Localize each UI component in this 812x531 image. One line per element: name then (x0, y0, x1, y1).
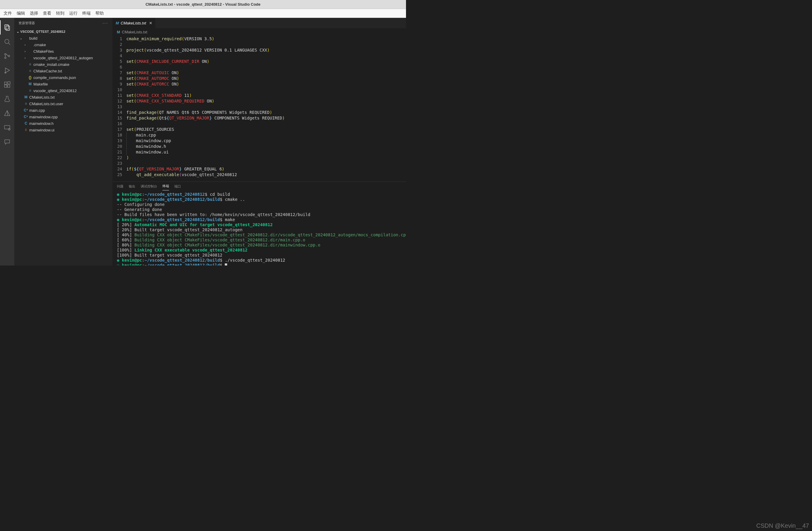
sidebar: 资源管理器 ··· ⌄ VSCODE_QTTEST_20240812 ⌄buil… (14, 18, 113, 265)
panel-tabs: 问题输出调试控制台终端端口 (113, 182, 406, 191)
svg-rect-12 (8, 82, 10, 84)
panel-tab[interactable]: 输出 (129, 182, 135, 190)
tree-item-label: vscode_qttest_20240812_autogen (33, 56, 93, 60)
tree-item-label: mainwindow.ui (29, 128, 55, 132)
menu-item[interactable]: 运行 (67, 10, 80, 17)
sidebar-header: 资源管理器 ··· (14, 18, 112, 28)
panel-tab[interactable]: 问题 (117, 182, 124, 190)
terminal-line: [ 40%] Building CXX object CMakeFiles/vs… (117, 233, 402, 237)
twisty-icon: › (23, 43, 27, 46)
file-icon: C⁺ (23, 108, 29, 112)
tree-item[interactable]: ⌄build (14, 35, 112, 41)
tree-item[interactable]: MMakefile (14, 81, 112, 87)
svg-point-5 (5, 57, 6, 59)
file-icon: M (117, 30, 120, 34)
file-icon: M (116, 21, 119, 25)
terminal-line: -- Build files have been written to: /ho… (117, 212, 402, 217)
tree-item[interactable]: ◊mainwindow.ui (14, 127, 112, 133)
tree-item-label: build (29, 36, 37, 41)
line-gutter: 1234567891011121314151617181920212223242… (113, 36, 126, 181)
tree-item[interactable]: ›vscode_qttest_20240812_autogen (14, 55, 112, 61)
panel-tab[interactable]: 端口 (174, 182, 181, 190)
activity-bar (0, 18, 14, 265)
terminal-line: ● kevin@pc:~/vscode_qttest_20240812/buil… (117, 217, 402, 222)
file-icon: M (23, 95, 29, 99)
tree-item-label: main.cpp (29, 108, 45, 113)
svg-line-3 (8, 43, 10, 45)
tree-item[interactable]: ›.cmake (14, 41, 112, 48)
terminal-line: ● kevin@pc:~/vscode_qttest_20240812/buil… (117, 258, 402, 263)
extensions-icon[interactable] (0, 77, 14, 92)
search-icon[interactable] (0, 34, 14, 49)
terminal-line: [ 20%] Built target vscode_qttest_202408… (117, 227, 402, 233)
svg-point-6 (8, 56, 10, 57)
breadcrumb[interactable]: M CMakeLists.txt (113, 28, 406, 35)
menu-item[interactable]: 帮助 (93, 10, 106, 17)
terminal-line: ○ kevin@pc:~/vscode_qttest_20240812/buil… (117, 263, 402, 265)
terminal-line: -- Generating done (117, 207, 402, 212)
menu-item[interactable]: 编辑 (14, 10, 27, 17)
terminal-line: -- Configuring done (117, 202, 402, 207)
close-icon[interactable]: ✕ (149, 21, 152, 25)
tree-item[interactable]: ›CMakeFiles (14, 48, 112, 55)
tree-item[interactable]: ≡vscode_qttest_20240812 (14, 87, 112, 94)
file-tree: ⌄build›.cmake›CMakeFiles›vscode_qttest_2… (14, 35, 112, 133)
file-icon: ≡ (27, 89, 33, 93)
menu-item[interactable]: 选择 (27, 10, 41, 17)
tree-item-label: cmake_install.cmake (33, 62, 70, 67)
terminal[interactable]: ● kevin@pc:~/vscode_qttest_20240812$ cd … (113, 191, 406, 265)
menu-item[interactable]: 文件 (1, 10, 14, 17)
cmake-icon[interactable] (0, 106, 14, 120)
menu-item[interactable]: 查看 (41, 10, 54, 17)
svg-point-17 (8, 129, 10, 130)
terminal-line: [100%] Linking CXX executable vscode_qtt… (117, 248, 402, 253)
file-icon: {} (27, 75, 33, 79)
tab-label: CMakeLists.txt (121, 21, 146, 25)
panel-tab[interactable]: 终端 (162, 182, 169, 190)
sidebar-title: 资源管理器 (18, 21, 35, 25)
file-icon: M (27, 82, 33, 86)
testing-icon[interactable] (0, 92, 14, 106)
menu-item[interactable]: 终端 (80, 10, 93, 17)
tree-item[interactable]: ≡CMakeCache.txt (14, 68, 112, 74)
remote-icon[interactable] (0, 120, 14, 135)
project-header[interactable]: ⌄ VSCODE_QTTEST_20240812 (14, 28, 112, 35)
source-control-icon[interactable] (0, 49, 14, 63)
tree-item-label: vscode_qttest_20240812 (33, 89, 77, 93)
file-icon: ≡ (27, 62, 33, 67)
tree-item[interactable]: ≡CMakeLists.txt.user (14, 100, 112, 107)
editor-tab[interactable]: M CMakeLists.txt ✕ (113, 18, 156, 28)
tree-item-label: Makefile (33, 82, 48, 86)
tree-item[interactable]: MCMakeLists.txt (14, 94, 112, 100)
run-debug-icon[interactable] (0, 63, 14, 77)
project-name: VSCODE_QTTEST_20240812 (20, 30, 65, 33)
file-icon: C (23, 121, 29, 126)
panel-tab[interactable]: 调试控制台 (141, 182, 157, 190)
tree-item[interactable]: Cmainwindow.h (14, 120, 112, 127)
chat-icon[interactable] (0, 135, 14, 149)
more-actions-icon[interactable]: ··· (103, 20, 108, 26)
code-editor[interactable]: 1234567891011121314151617181920212223242… (113, 35, 406, 181)
tab-bar: M CMakeLists.txt ✕ (113, 18, 406, 28)
explorer-icon[interactable] (0, 20, 14, 34)
menu-item[interactable]: 转到 (54, 10, 67, 17)
tree-item[interactable]: C⁺main.cpp (14, 107, 112, 114)
tree-item-label: mainwindow.cpp (29, 115, 58, 119)
chevron-down-icon: ⌄ (15, 29, 20, 34)
twisty-icon: › (23, 56, 27, 60)
terminal-line: [ 60%] Building CXX object CMakeFiles/vs… (117, 237, 402, 242)
terminal-line: [ 80%] Building CXX object CMakeFiles/vs… (117, 242, 402, 248)
terminal-line: [100%] Built target vscode_qttest_202408… (117, 253, 402, 258)
tree-item-label: CMakeCache.txt (33, 69, 62, 73)
code-content[interactable]: cmake_minimum_required(VERSION 3.5)proje… (126, 36, 406, 181)
tree-item[interactable]: C⁺mainwindow.cpp (14, 114, 112, 120)
tree-item[interactable]: ≡cmake_install.cmake (14, 61, 112, 68)
terminal-line: ● kevin@pc:~/vscode_qttest_20240812$ cd … (117, 192, 402, 197)
svg-rect-11 (8, 85, 10, 87)
bottom-panel: 问题输出调试控制台终端端口 ● kevin@pc:~/vscode_qttest… (113, 181, 406, 265)
svg-point-2 (5, 39, 9, 44)
tree-item[interactable]: {}compile_commands.json (14, 74, 112, 81)
twisty-icon: ⌄ (18, 36, 23, 40)
file-icon: C⁺ (23, 115, 29, 119)
tree-item-label: mainwindow.h (29, 121, 54, 126)
